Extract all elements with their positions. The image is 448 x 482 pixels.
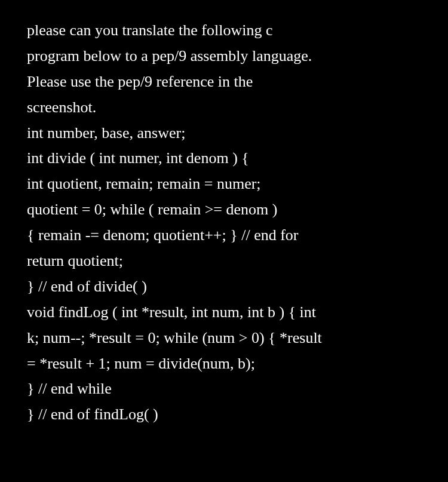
text-line: Please use the pep/9 reference in the	[27, 69, 421, 95]
document-content: please can you translate the following c…	[27, 18, 421, 428]
text-line: quotient = 0; while ( remain >= denom )	[27, 197, 421, 223]
text-line: int quotient, remain; remain = numer;	[27, 171, 421, 197]
text-line: = *result + 1; num = divide(num, b);	[27, 351, 421, 377]
text-line: } // end of divide( )	[27, 274, 421, 300]
text-line: int divide ( int numer, int denom ) {	[27, 146, 421, 171]
text-line: program below to a pep/9 assembly langua…	[27, 44, 421, 69]
text-line: screenshot.	[27, 95, 421, 121]
text-line: int number, base, answer;	[27, 121, 421, 146]
text-line: void findLog ( int *result, int num, int…	[27, 300, 421, 326]
text-line: } // end while	[27, 376, 421, 402]
text-line: k; num--; *result = 0; while (num > 0) {…	[27, 326, 421, 351]
text-line: } // end of findLog( )	[27, 402, 421, 428]
text-line: return quotient;	[27, 248, 421, 274]
text-line: please can you translate the following c	[27, 18, 421, 44]
text-line: { remain -= denom; quotient++; } // end …	[27, 223, 421, 248]
